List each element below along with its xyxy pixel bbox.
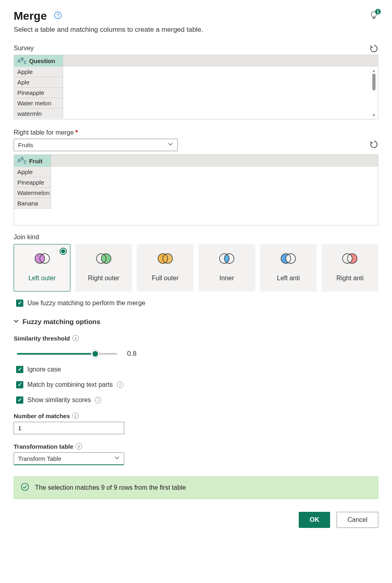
slider-fill <box>17 353 97 355</box>
table-row[interactable]: Pineapple <box>14 88 63 98</box>
join-left-anti[interactable]: Left anti <box>260 244 317 292</box>
dialog-header: Merge ? 1 <box>14 10 378 23</box>
join-kind-label: Join kind <box>14 234 378 241</box>
join-right-anti[interactable]: Right anti <box>322 244 378 292</box>
venn-right-outer-icon <box>94 252 113 265</box>
join-name: Right anti <box>337 270 364 286</box>
check-circle-icon <box>21 482 29 493</box>
table-row[interactable]: Apple <box>14 167 51 177</box>
right-table-body[interactable]: Apple Pineapple Watermelon Banana <box>14 167 378 225</box>
ok-button[interactable]: OK <box>299 512 330 528</box>
type-text-icon: ABC <box>17 57 27 65</box>
join-full-outer[interactable]: Full outer <box>137 244 193 292</box>
ignore-case-row[interactable]: ✓ Ignore case <box>16 366 378 373</box>
right-table-grid[interactable]: ABC Fruit Apple Pineapple Watermelon Ban… <box>14 154 378 225</box>
scroll-thumb[interactable] <box>372 74 376 90</box>
checkbox-checked-icon[interactable]: ✓ <box>16 381 23 388</box>
grid-header-spacer <box>51 155 378 166</box>
lightbulb-tip-icon[interactable]: 1 <box>369 10 378 22</box>
transform-table-select[interactable]: Transform Table <box>14 452 124 465</box>
matches-label-text: Number of matches <box>14 413 70 419</box>
threshold-slider[interactable]: 0.8 <box>17 350 378 358</box>
scroll-up-icon[interactable]: ▲ <box>372 68 376 73</box>
left-table-grid[interactable]: ABC Question Apple Aple Pineapple Water … <box>14 55 378 119</box>
info-icon[interactable]: i <box>76 443 82 450</box>
info-icon[interactable]: i <box>95 397 101 403</box>
left-table-body[interactable]: Apple Aple Pineapple Water melon waterml… <box>14 67 378 119</box>
status-text: The selection matches 9 of 9 rows from t… <box>35 484 186 491</box>
threshold-value: 0.8 <box>127 350 137 358</box>
column-header-fruit[interactable]: ABC Fruit <box>14 155 51 166</box>
status-bar: The selection matches 9 of 9 rows from t… <box>14 476 378 499</box>
use-fuzzy-label: Use fuzzy matching to perform the merge <box>27 300 145 307</box>
dialog-subtitle: Select a table and matching columns to c… <box>14 26 378 34</box>
join-name: Left anti <box>277 270 300 286</box>
cancel-button[interactable]: Cancel <box>337 512 378 528</box>
right-table-label: Right table for merge * <box>14 129 378 136</box>
vertical-scrollbar[interactable]: ▲ ▼ <box>371 68 376 117</box>
info-icon[interactable]: i <box>72 413 79 419</box>
page-title: Merge <box>14 10 47 23</box>
venn-left-anti-icon <box>279 252 298 265</box>
column-name: Fruit <box>29 158 42 164</box>
fuzzy-options-toggle[interactable]: Fuzzy matching options <box>13 318 378 326</box>
slider-handle[interactable] <box>91 350 99 358</box>
venn-left-outer-icon <box>33 252 51 265</box>
grid-header-row: ABC Fruit <box>14 155 378 166</box>
table-row[interactable]: Aple <box>14 77 63 88</box>
join-name: Full outer <box>152 270 179 286</box>
scroll-down-icon[interactable]: ▼ <box>372 113 376 117</box>
combine-row[interactable]: ✓ Match by combining text parts i <box>16 381 378 388</box>
transform-label-text: Transformation table <box>14 443 73 450</box>
right-table-selected: Fruits <box>18 142 33 148</box>
venn-inner-icon <box>218 252 236 265</box>
slider-track[interactable] <box>17 353 117 355</box>
venn-full-outer-icon <box>156 252 174 265</box>
use-fuzzy-row[interactable]: ✓ Use fuzzy matching to perform the merg… <box>16 300 378 307</box>
checkbox-checked-icon[interactable]: ✓ <box>16 300 23 307</box>
info-icon[interactable]: i <box>117 382 123 388</box>
refresh-icon[interactable] <box>369 44 378 55</box>
table-row[interactable]: watermln <box>14 109 63 119</box>
transform-table-value: Transform Table <box>18 455 62 462</box>
column-header-question[interactable]: ABC Question <box>14 55 63 67</box>
right-table-select[interactable]: Fruits <box>14 139 178 151</box>
svg-text:?: ? <box>57 13 60 18</box>
right-table-label-text: Right table for merge <box>14 129 74 136</box>
join-left-outer[interactable]: Left outer <box>14 244 70 292</box>
dialog-footer: OK Cancel <box>14 512 378 528</box>
left-table-label: Survey <box>14 45 34 52</box>
combine-label: Match by combining text parts <box>27 381 113 388</box>
table-row[interactable]: Water melon <box>14 98 63 109</box>
tip-count-badge: 1 <box>375 9 381 14</box>
info-icon[interactable]: i <box>72 335 79 341</box>
table-row[interactable]: Watermelon <box>14 188 51 198</box>
checkbox-checked-icon[interactable]: ✓ <box>16 396 23 404</box>
column-name: Question <box>29 57 55 64</box>
checkbox-checked-icon[interactable]: ✓ <box>16 366 23 373</box>
required-indicator: * <box>75 129 78 136</box>
chevron-down-icon <box>13 318 19 326</box>
table-row[interactable]: Banana <box>14 198 51 209</box>
refresh-icon[interactable] <box>369 140 378 150</box>
help-icon[interactable]: ? <box>54 11 62 21</box>
show-scores-row[interactable]: ✓ Show similarity scores i <box>16 396 378 404</box>
join-right-outer[interactable]: Right outer <box>75 244 132 292</box>
grid-header-row: ABC Question <box>14 55 378 67</box>
join-kind-row: Left outer Right outer Full outer Inner … <box>14 244 378 292</box>
table-row[interactable]: Pineapple <box>14 177 51 188</box>
left-table-label-row: Survey <box>14 44 378 55</box>
type-text-icon: ABC <box>17 157 27 164</box>
threshold-label: Similarity threshold i <box>14 335 378 342</box>
join-inner[interactable]: Inner <box>199 244 255 292</box>
table-row[interactable]: Apple <box>14 67 63 77</box>
matches-input[interactable] <box>14 422 124 434</box>
grid-header-spacer <box>63 55 378 67</box>
venn-right-anti-icon <box>341 252 359 265</box>
chevron-down-icon <box>114 455 120 462</box>
join-name: Left outer <box>29 270 56 286</box>
matches-label: Number of matches i <box>14 413 378 419</box>
join-name: Inner <box>220 270 234 286</box>
threshold-label-text: Similarity threshold <box>14 335 70 342</box>
show-scores-label: Show similarity scores <box>27 396 91 404</box>
